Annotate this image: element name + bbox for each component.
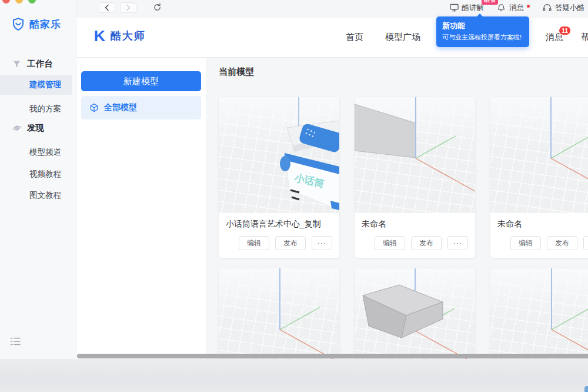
model-card	[490, 268, 588, 359]
app-window: 酷讲解 NEW 消息 答疑小酷 K 酷大师 首页 模型	[0, 0, 588, 359]
messages-count-badge: 11	[559, 26, 571, 35]
model-name: 未命名	[497, 219, 588, 231]
sidebar-section-discover: 发现	[0, 121, 76, 134]
messages-label: 消息	[509, 3, 524, 13]
card-footer: 未命名 编辑 发布 ···	[355, 213, 475, 250]
publish-button[interactable]: 发布	[275, 236, 306, 250]
collapse-list-button[interactable]	[10, 337, 21, 346]
messages-tool[interactable]: 消息	[497, 3, 530, 13]
minimize-window-button[interactable]	[15, 0, 23, 4]
card-actions: 编辑 发布 ···	[362, 236, 468, 250]
sidebar-item-label: 建模管理	[29, 79, 61, 90]
sidebar-section-workbench: 工作台	[0, 57, 76, 70]
sidebar: 酷家乐 工作台 建模管理 我的方案 发现	[0, 0, 76, 359]
more-actions-button[interactable]: ···	[447, 236, 468, 250]
more-actions-button[interactable]: ···	[312, 236, 332, 250]
sidebar-item-label: 视频教程	[29, 169, 61, 180]
all-models-label: 全部模型	[104, 102, 137, 113]
maximize-window-button[interactable]	[28, 0, 36, 4]
card-footer: 未命名 编辑 发布 ···	[490, 213, 588, 250]
model-3d-empty	[490, 97, 588, 213]
model-card: 未命名 编辑 发布 ···	[355, 97, 475, 258]
unread-dot	[527, 5, 530, 8]
model-card	[355, 268, 475, 359]
publish-button[interactable]: 发布	[547, 236, 577, 250]
cube-icon	[89, 103, 99, 112]
model-preview[interactable]	[219, 268, 339, 359]
card-actions: 编辑 发布 ···	[497, 236, 588, 250]
window-controls	[2, 0, 36, 4]
card-footer: 小话筒语言艺术中心_复制 编辑 发布 ···	[219, 213, 339, 250]
sidebar-item-image-tutorials[interactable]: 图文教程	[0, 185, 72, 205]
shield-icon	[11, 17, 25, 31]
all-models-item[interactable]: 全部模型	[81, 96, 201, 119]
brand[interactable]: K 酷大师	[94, 28, 146, 44]
model-card: 小话筒 小话筒语言艺术中心_复制 编辑 发布 ···	[219, 97, 339, 258]
model-card	[219, 268, 339, 359]
toolbar-tools: 酷讲解 NEW 消息 答疑小酷	[450, 0, 585, 15]
new-feature-tooltip: 新功能 可与业主远程投屏看方案啦!	[436, 16, 529, 47]
model-3d-box	[355, 268, 475, 359]
ku-explain-tool[interactable]: 酷讲解 NEW	[450, 3, 485, 13]
help-assistant-tool[interactable]: 答疑小酷	[543, 3, 584, 13]
sidebar-item-video-tutorials[interactable]: 视频教程	[0, 164, 72, 184]
model-card: 未命名 编辑 发布 ···	[490, 97, 588, 258]
refresh-icon	[153, 3, 162, 12]
close-window-button[interactable]	[2, 0, 10, 4]
brand-name: 酷大师	[111, 29, 146, 43]
sidebar-item-label: 我的方案	[29, 104, 61, 114]
tooltip-arrow-icon	[476, 14, 483, 17]
model-list-panel: 新建模型 全部模型	[76, 58, 206, 359]
horizontal-scrollbar[interactable]	[77, 354, 588, 358]
sidebar-section-label: 发现	[27, 122, 44, 134]
monitor-icon	[450, 4, 459, 12]
sidebar-section-label: 工作台	[27, 58, 53, 69]
new-badge: NEW	[482, 0, 498, 5]
sidebar-item-modeling-management[interactable]: 建模管理	[0, 75, 72, 95]
model-3d-wall	[355, 97, 475, 213]
desktop-background	[0, 359, 588, 392]
model-preview[interactable]	[490, 97, 588, 213]
chevron-right-icon	[125, 4, 131, 11]
chevron-left-icon	[104, 4, 110, 11]
headset-icon	[543, 4, 552, 12]
model-name: 小话筒语言艺术中心_复制	[226, 219, 332, 231]
model-preview[interactable]	[490, 268, 588, 359]
card-actions: 编辑 发布 ···	[226, 236, 332, 250]
refresh-button[interactable]	[153, 3, 162, 12]
nav-item-help[interactable]: 帮	[581, 32, 588, 43]
model-preview[interactable]: 小话筒	[219, 97, 339, 213]
sidebar-item-my-plans[interactable]: 我的方案	[0, 99, 72, 119]
back-button[interactable]	[99, 2, 115, 13]
sidebar-item-model-channel[interactable]: 模型频道	[0, 142, 72, 162]
tooltip-body: 可与业主远程投屏看方案啦!	[442, 33, 523, 42]
model-3d-empty	[219, 268, 339, 359]
desktop-dock-hint	[584, 386, 588, 392]
more-actions-button[interactable]: ···	[583, 236, 588, 250]
kujiale-logo: 酷家乐	[11, 17, 61, 31]
workbench-icon	[12, 59, 21, 68]
edit-button[interactable]: 编辑	[510, 236, 541, 250]
kudashi-logo-icon: K	[94, 28, 106, 44]
model-3d-empty	[490, 268, 588, 359]
bell-icon	[497, 4, 506, 12]
nav-item-model-plaza[interactable]: 模型广场	[385, 32, 420, 43]
edit-button[interactable]: 编辑	[375, 236, 405, 250]
model-preview[interactable]	[355, 97, 475, 213]
section-title: 当前模型	[219, 67, 254, 78]
ku-explain-label: 酷讲解	[462, 3, 485, 13]
forward-button[interactable]	[120, 2, 136, 13]
new-model-button[interactable]: 新建模型	[81, 71, 201, 91]
nav-item-home[interactable]: 首页	[346, 32, 363, 43]
screen: 酷讲解 NEW 消息 答疑小酷 K 酷大师 首页 模型	[0, 0, 588, 392]
browser-toolbar: 酷讲解 NEW 消息 答疑小酷	[76, 0, 588, 18]
list-icon	[10, 337, 21, 346]
sidebar-item-label: 图文教程	[29, 190, 61, 201]
model-preview[interactable]	[355, 268, 475, 359]
content-area: 当前模型	[206, 58, 588, 359]
publish-button[interactable]: 发布	[411, 236, 442, 250]
edit-button[interactable]: 编辑	[239, 236, 269, 250]
kujiale-logo-text: 酷家乐	[29, 18, 61, 31]
help-assistant-label: 答疑小酷	[555, 3, 584, 13]
model-3d-booth: 小话筒	[219, 97, 339, 213]
